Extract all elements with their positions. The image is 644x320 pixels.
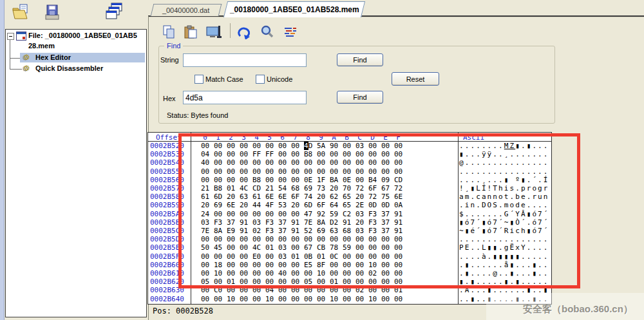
offset-header: Offset [156,133,182,142]
find-status-text: Status: Bytes found [167,111,228,119]
file-tree-panel: File: _00180000_1AB5E0_01AB5 28.mem ⚙ He… [5,29,147,317]
byte-cell[interactable]: 00 [317,295,330,303]
tree-collapse-toggle[interactable] [7,33,14,40]
toolbar-separator [230,23,231,38]
file-node-icon [16,32,26,41]
gear-icon: ⚙ [23,64,30,72]
tab-label: _00180000_1AB5E0_01AB528.mem [229,5,359,14]
string-label: String [160,56,179,64]
find-panel: Find String Find Match Case Unicode Rese… [158,46,555,124]
cascade-glyph [105,2,124,21]
save-file-icon[interactable] [43,3,62,22]
save-glyph [44,4,61,21]
open-file-icon[interactable] [11,3,30,22]
copy-icon[interactable] [161,23,176,42]
byte-cell[interactable]: 00 [355,295,368,303]
sidebar-item-hex-editor[interactable]: ⚙ Hex Editor [20,53,145,62]
annotation-rectangle [178,133,580,288]
tree-connector [10,39,10,70]
byte-cell[interactable]: 00 [343,295,355,303]
refresh-glyph [238,26,253,39]
tab-00400000-dat[interactable]: _00400000.dat [151,4,222,16]
byte-cell[interactable]: 00 [252,295,265,303]
byte-cell[interactable]: 10 [330,295,343,303]
unicode-label: Unicode [267,75,292,83]
byte-cell[interactable]: 10 [265,295,278,303]
copy-glyph [162,25,176,39]
hex-find-button[interactable]: Find [337,91,383,104]
match-case-checkbox[interactable] [194,75,204,84]
listing-glyph [283,26,298,39]
byte-cell[interactable]: 00 [201,295,214,303]
match-case-label: Match Case [205,75,243,83]
gear-icon: ⚙ [23,53,30,61]
tab-strip-baseline [148,15,644,17]
offset-cell: 0002B640 [150,295,184,303]
paste-icon[interactable] [183,23,198,42]
screen-glyph [206,25,223,39]
find-panel-title: Find [164,42,183,50]
tab-label: _00400000.dat [162,6,209,14]
byte-cell[interactable]: 00 [381,295,394,303]
sidebar-item-label: Hex Editor [35,53,71,61]
window-left-edge [0,0,5,320]
search-icon[interactable] [259,23,276,42]
magnifier-glyph [260,24,275,40]
tab-00180000-mem[interactable]: _00180000_1AB5E0_01AB528.mem [223,1,365,17]
tree-root-label-line1[interactable]: File: _00180000_1AB5E0_01AB5 [28,32,146,39]
byte-cell[interactable]: 00 [278,295,291,303]
disassembly-icon[interactable] [282,23,299,42]
byte-cell[interactable]: 00 [214,295,227,303]
open-folder-glyph [12,4,30,21]
unicode-checkbox[interactable] [256,75,265,84]
tree-root-label-line2[interactable]: 28.mem [28,42,55,50]
string-find-button[interactable]: Find [337,53,383,66]
cascade-windows-icon[interactable] [105,2,124,21]
application-window: _00400000.dat _00180000_1AB5E0_01AB528.m… [0,0,644,320]
refresh-icon[interactable] [237,23,254,42]
paste-glyph [184,25,198,39]
reset-button[interactable]: Reset [392,72,439,86]
sidebar-item-label: Quick Disassembler [35,64,103,72]
byte-cell[interactable]: 10 [368,295,381,303]
screen-copy-icon[interactable] [206,23,223,42]
byte-cell[interactable]: 10 [227,295,240,303]
hex-label: Hex [163,95,176,102]
string-search-input[interactable] [183,53,307,67]
position-status: Pos: 0002B528 [153,306,213,315]
byte-cell[interactable]: 00 [394,295,407,303]
sidebar-item-quick-disassembler[interactable]: ⚙ Quick Disassembler [20,64,145,73]
watermark-text: 安全客（bobao.360.cn） [523,303,633,315]
byte-cell[interactable]: 00 [304,295,317,303]
byte-cell[interactable]: 00 [291,295,304,303]
byte-cell[interactable]: 00 [240,295,252,303]
hex-search-input[interactable] [183,91,307,104]
